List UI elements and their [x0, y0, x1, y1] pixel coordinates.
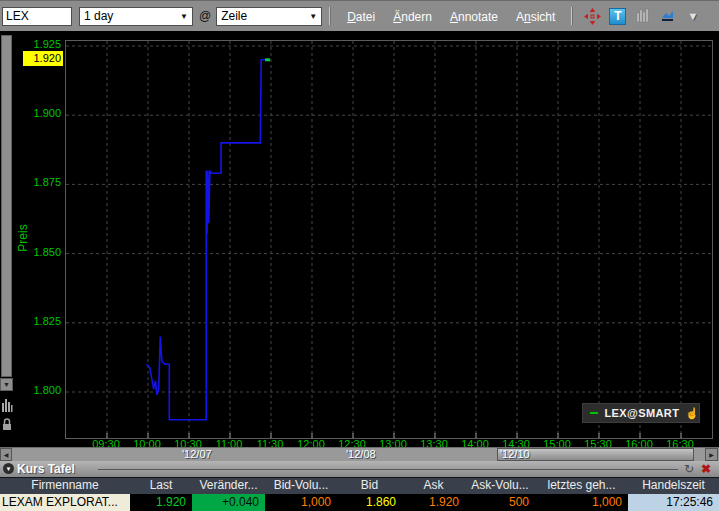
legend-line-sample — [590, 412, 598, 414]
chevron-down-icon: ▼ — [687, 10, 698, 22]
scroll-right-button[interactable]: ▶ — [705, 448, 718, 461]
y-axis-tick-label: 1.850 — [19, 246, 61, 258]
cell-name: LEXAM EXPLORAT... — [0, 494, 130, 511]
cell-ask: 1.920 — [402, 494, 465, 511]
chart-style-dropdown-value: Zeile — [221, 9, 247, 23]
menu-datei[interactable]: Datei — [347, 10, 375, 24]
scroll-left-button[interactable]: ◀ — [0, 448, 12, 461]
current-price-tag: 1.920 — [23, 51, 63, 66]
text-tool-button[interactable]: T — [608, 7, 627, 26]
price-chart-svg — [66, 41, 712, 438]
horizontal-scrollbar[interactable]: ◀ '12/07 '12/08 '12/10 ▶ — [0, 447, 719, 461]
cell-last: 1.920 — [130, 494, 192, 511]
y-axis-title: Preis — [16, 208, 30, 268]
column-header-ask[interactable]: Ask — [402, 478, 465, 494]
close-icon[interactable]: ✖ — [701, 462, 711, 476]
main-toolbar: 1 day ▼ @ Zeile ▼ DateiÄndernAnnotateAns… — [0, 0, 719, 31]
column-header-handelszeit[interactable]: Handelszeit — [628, 478, 719, 494]
toolbar-separator — [571, 7, 573, 25]
date-label: '12/08 — [346, 448, 376, 460]
more-tools-button[interactable]: ▼ — [683, 7, 702, 26]
symbol-input[interactable] — [2, 7, 72, 26]
triangle-left-icon: ◀ — [4, 451, 9, 458]
column-header-ver-nder[interactable]: Veränder... — [192, 478, 265, 494]
divider — [98, 469, 678, 470]
chart-panel: ▼ Preis 1.9251.9001.8751.8501.8251.800 1… — [0, 31, 719, 447]
chart-style-dropdown[interactable]: Zeile ▼ — [216, 7, 322, 26]
date-label: '12/10 — [500, 448, 530, 460]
bar-chart-tool-button[interactable] — [633, 7, 652, 26]
menu-bar: DateiÄndernAnnotateAnsicht — [338, 7, 564, 25]
table-row[interactable]: LEXAM EXPLORAT...1.920+0.0401,0001.8601.… — [0, 494, 719, 511]
legend-label: LEX@SMART — [604, 407, 679, 419]
scroll-down-button[interactable]: ▼ — [0, 378, 13, 391]
collapse-panel-button[interactable]: ▼ — [3, 463, 14, 474]
y-axis-tick-label: 1.900 — [19, 107, 61, 119]
trading-app-window: 1 day ▼ @ Zeile ▼ DateiÄndernAnnotateAns… — [0, 0, 719, 511]
axis-lock-button[interactable] — [1, 417, 13, 436]
period-dropdown-value: 1 day — [84, 9, 113, 23]
column-header-bid[interactable]: Bid — [337, 478, 402, 494]
vertical-scrollbar-thumb[interactable] — [1, 35, 12, 377]
cell-time: 17:25:46 — [628, 494, 719, 511]
cell-change: +0.040 — [192, 494, 265, 511]
triangle-down-icon: ▼ — [6, 466, 12, 472]
y-axis-tick-label: 1.875 — [19, 176, 61, 188]
y-axis-tick-label: 1.825 — [19, 315, 61, 327]
at-label: @ — [199, 9, 211, 23]
column-header-bid-volu[interactable]: Bid-Volu... — [265, 478, 337, 494]
chevron-down-icon: ▼ — [309, 12, 317, 21]
column-header-firmenname[interactable]: Firmenname — [0, 478, 130, 494]
chart-plot-area[interactable]: LEX@SMART ☝ — [65, 40, 713, 439]
text-icon: T — [609, 8, 626, 25]
menu-annotate[interactable]: Annotate — [450, 10, 498, 24]
date-label: '12/07 — [182, 448, 212, 460]
bar-chart-icon — [635, 8, 651, 24]
table-body: LEXAM EXPLORAT...1.920+0.0401,0001.8601.… — [0, 494, 719, 511]
move-crosshair-icon — [584, 8, 601, 25]
column-header-letztes-geh[interactable]: letztes geh... — [535, 478, 628, 494]
table-header-row: FirmennameLastVeränder...Bid-Volu...BidA… — [0, 477, 719, 494]
cell-vol: 500 — [465, 494, 535, 511]
lock-icon — [1, 417, 13, 432]
vertical-scrollbar[interactable]: ▼ — [0, 31, 14, 447]
area-chart-icon — [661, 9, 675, 23]
kurs-tafel-header: ▼ Kurs Tafel ↻ ✖ — [0, 461, 719, 477]
toolbar-separator — [329, 7, 331, 25]
cell-bid: 1.860 — [337, 494, 402, 511]
chart-type-button[interactable] — [658, 7, 677, 26]
chevron-down-icon: ▼ — [180, 12, 188, 21]
refresh-icon[interactable]: ↻ — [684, 462, 694, 476]
volume-bars-button[interactable] — [1, 398, 13, 417]
cell-vol: 1,000 — [265, 494, 337, 511]
period-dropdown[interactable]: 1 day ▼ — [79, 7, 193, 26]
chart-legend[interactable]: LEX@SMART ☝ — [582, 403, 700, 423]
y-axis-tick-label: 1.800 — [19, 384, 61, 396]
hand-icon: ☝ — [685, 407, 699, 420]
menu-aendern[interactable]: Ändern — [393, 10, 432, 24]
triangle-right-icon: ▶ — [709, 451, 714, 458]
pan-tool-button[interactable] — [583, 7, 602, 26]
menu-ansicht[interactable]: Ansicht — [516, 10, 555, 24]
column-header-ask-volu[interactable]: Ask-Volu... — [465, 478, 535, 494]
column-header-last[interactable]: Last — [130, 478, 192, 494]
bar-chart-icon — [1, 398, 13, 413]
last-price-marker — [265, 58, 270, 61]
horizontal-scrollbar-thumb[interactable]: '12/10 — [497, 448, 694, 461]
panel-title: Kurs Tafel — [17, 462, 75, 476]
cell-vol: 1,000 — [535, 494, 628, 511]
price-line — [146, 60, 266, 420]
triangle-down-icon: ▼ — [3, 381, 10, 388]
y-axis-tick-label: 1.925 — [19, 38, 61, 50]
